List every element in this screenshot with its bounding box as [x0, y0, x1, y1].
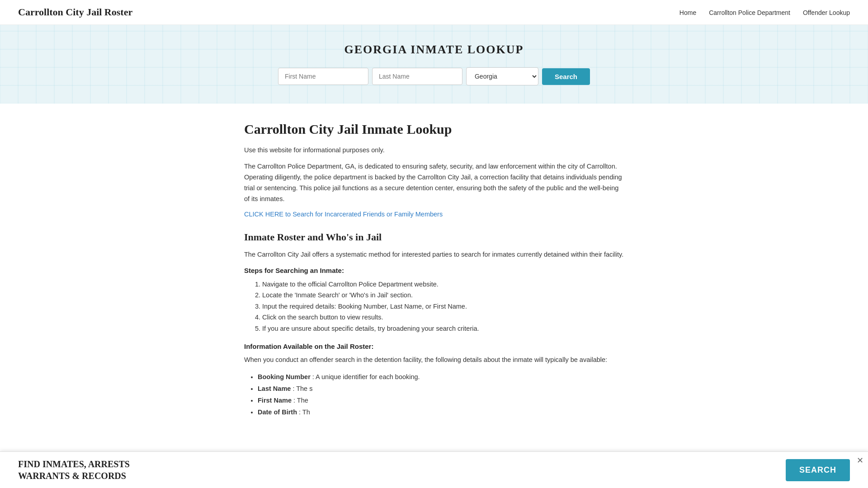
- info-text-lastname: : The s: [292, 385, 312, 392]
- info-label-lastname: Last Name: [258, 385, 291, 392]
- roster-heading: Inmate Roster and Who's in Jail: [244, 231, 624, 243]
- steps-heading: Steps for Searching an Inmate:: [244, 267, 624, 274]
- list-item: Locate the 'Inmate Search' or 'Who's in …: [262, 290, 624, 301]
- banner-search-button[interactable]: SEARCH: [786, 459, 850, 468]
- last-name-input[interactable]: [372, 68, 462, 85]
- info-text-booking: : A unique identifier for each booking.: [312, 373, 420, 380]
- nav-offender-lookup[interactable]: Offender Lookup: [803, 9, 850, 16]
- bottom-banner: FIND INMATES, ARRESTS WARRANTS & RECORDS…: [0, 451, 868, 468]
- list-item: Booking Number : A unique identifier for…: [258, 371, 624, 383]
- nav-home[interactable]: Home: [679, 9, 696, 16]
- info-intro: When you conduct an offender search in t…: [244, 355, 624, 366]
- search-form: Georgia Alabama Florida Tennessee South …: [9, 67, 859, 85]
- site-title: Carrollton City Jail Roster: [18, 6, 132, 18]
- main-nav: Home Carrollton Police Department Offend…: [679, 9, 850, 16]
- banner-close-button[interactable]: ✕: [857, 455, 863, 465]
- hero-banner: GEORGIA INMATE LOOKUP Georgia Alabama Fl…: [0, 25, 868, 103]
- intro-disclaimer: Use this website for informational purpo…: [244, 145, 624, 156]
- page-heading: Carrollton City Jail Inmate Lookup: [244, 122, 624, 137]
- banner-text: FIND INMATES, ARRESTS WARRANTS & RECORDS: [18, 458, 130, 468]
- first-name-input[interactable]: [278, 68, 368, 85]
- banner-line1: FIND INMATES, ARRESTS: [18, 458, 130, 468]
- nav-police-dept[interactable]: Carrollton Police Department: [709, 9, 790, 16]
- info-text-dob: : Th: [299, 408, 310, 416]
- steps-list: Navigate to the official Carrollton Poli…: [244, 279, 624, 334]
- list-item: Last Name : The s: [258, 383, 624, 394]
- info-label-booking: Booking Number: [258, 373, 311, 380]
- list-item: Navigate to the official Carrollton Poli…: [262, 279, 624, 290]
- state-select[interactable]: Georgia Alabama Florida Tennessee South …: [466, 67, 538, 85]
- roster-intro: The Carrollton City Jail offers a system…: [244, 249, 624, 260]
- info-label-firstname: First Name: [258, 397, 292, 404]
- list-item: Input the required details: Booking Numb…: [262, 301, 624, 312]
- hero-title: GEORGIA INMATE LOOKUP: [9, 43, 859, 56]
- info-list: Booking Number : A unique identifier for…: [244, 371, 624, 418]
- info-text-firstname: : The: [293, 397, 308, 404]
- click-here-link[interactable]: CLICK HERE to Search for Incarcerated Fr…: [244, 211, 443, 218]
- hero-search-button[interactable]: Search: [542, 68, 590, 85]
- site-header: Carrollton City Jail Roster Home Carroll…: [0, 0, 868, 25]
- list-item: If you are unsure about specific details…: [262, 323, 624, 334]
- intro-body: The Carrollton Police Department, GA, is…: [244, 161, 624, 205]
- list-item: First Name : The: [258, 394, 624, 406]
- info-heading: Information Available on the Jail Roster…: [244, 343, 624, 350]
- list-item: Date of Birth : Th: [258, 406, 624, 418]
- list-item: Click on the search button to view resul…: [262, 312, 624, 323]
- nav-links: Home Carrollton Police Department Offend…: [679, 9, 850, 16]
- info-label-dob: Date of Birth: [258, 408, 297, 416]
- main-content: Carrollton City Jail Inmate Lookup Use t…: [231, 122, 637, 450]
